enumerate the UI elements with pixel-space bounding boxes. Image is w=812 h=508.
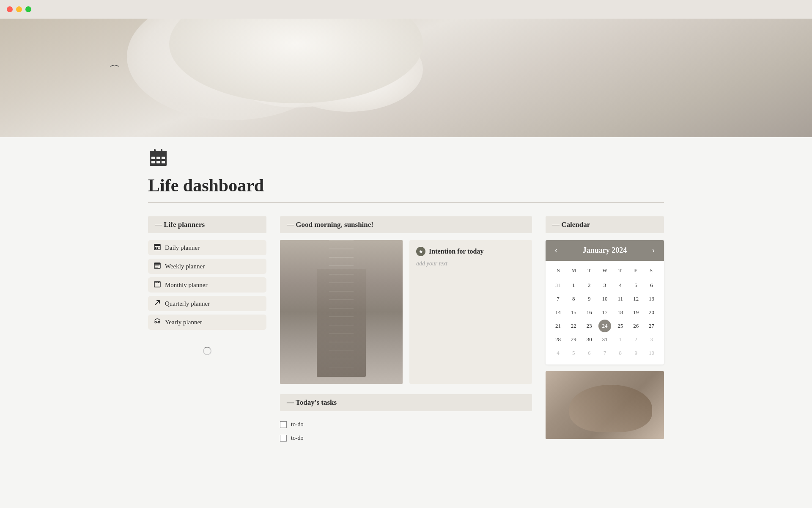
calendar-day[interactable]: 1 xyxy=(614,333,627,346)
calendar-day[interactable]: 13 xyxy=(645,293,658,305)
page-header: Life dashboard xyxy=(148,137,664,203)
tasks-section: — Today's tasks to-do to-do xyxy=(280,394,532,445)
col-mon: M xyxy=(566,266,582,276)
calendar-day[interactable]: 23 xyxy=(583,320,595,332)
planners-list: Daily planner Weekly planner xyxy=(148,240,266,330)
calendar-day[interactable]: 1 xyxy=(567,279,580,292)
svg-point-24 xyxy=(155,321,156,323)
calendar-day[interactable]: 18 xyxy=(614,306,627,319)
svg-rect-6 xyxy=(156,161,160,163)
task-1-checkbox[interactable] xyxy=(280,421,287,428)
calendar-day[interactable]: 11 xyxy=(614,293,627,305)
col-thu: T xyxy=(612,266,628,276)
monthly-planner-label: Monthly planner xyxy=(165,282,207,289)
calendar-prev-button[interactable]: ‹ xyxy=(552,245,560,256)
calendar-day[interactable]: 10 xyxy=(598,293,611,305)
quarterly-planner-button[interactable]: Quarterly planner xyxy=(148,296,266,311)
bird-decoration xyxy=(110,65,118,69)
svg-rect-23 xyxy=(158,282,159,283)
morning-section: — Good morning, sunshine! ★ Intention fo… xyxy=(280,216,532,384)
calendar-day[interactable]: 30 xyxy=(583,333,595,346)
task-2-checkbox[interactable] xyxy=(280,435,287,442)
calendar-day[interactable]: 25 xyxy=(614,320,627,332)
calendar-day[interactable]: 10 xyxy=(645,347,658,359)
tasks-header: — Today's tasks xyxy=(280,394,532,411)
page-title: Life dashboard xyxy=(148,175,664,196)
calendar-section-header: — Calendar xyxy=(546,216,664,233)
life-planners-header: — Life planners xyxy=(148,216,266,233)
calendar-day[interactable]: 15 xyxy=(567,306,580,319)
calendar-days-header: S M T W T F S xyxy=(551,266,659,276)
col-sun: S xyxy=(551,266,566,276)
task-1-label: to-do xyxy=(291,421,304,428)
intention-box: ★ Intention for today add your text xyxy=(409,240,532,384)
daily-planner-button[interactable]: Daily planner xyxy=(148,240,266,255)
calendar-widget: ‹ January 2024 › S M T W T F S 3112 xyxy=(546,240,664,364)
svg-rect-18 xyxy=(154,263,160,265)
intention-text[interactable]: add your text xyxy=(416,260,525,267)
calendar-day[interactable]: 29 xyxy=(567,333,580,346)
calendar-day[interactable]: 3 xyxy=(598,279,611,292)
svg-rect-22 xyxy=(156,282,156,283)
monthly-planner-button[interactable]: Monthly planner xyxy=(148,277,266,293)
calendar-day[interactable]: 27 xyxy=(645,320,658,332)
weekly-planner-label: Weekly planner xyxy=(165,263,205,270)
quarterly-planner-icon xyxy=(154,299,161,308)
maximize-button[interactable] xyxy=(25,6,31,12)
calendar-day[interactable]: 16 xyxy=(583,306,595,319)
calendar-grid: S M T W T F S 31123456789101112131415161… xyxy=(546,261,664,364)
calendar-day[interactable]: 19 xyxy=(630,306,642,319)
calendar-day[interactable]: 31 xyxy=(598,333,611,346)
weekly-planner-button[interactable]: Weekly planner xyxy=(148,259,266,274)
task-2-label: to-do xyxy=(291,435,304,442)
calendar-day[interactable]: 21 xyxy=(551,320,564,332)
calendar-day[interactable]: 2 xyxy=(583,279,595,292)
calendar-day[interactable]: 20 xyxy=(645,306,658,319)
calendar-next-button[interactable]: › xyxy=(650,245,657,256)
calendar-day[interactable]: 14 xyxy=(551,306,564,319)
daily-planner-icon xyxy=(154,243,161,252)
calendar-day[interactable]: 28 xyxy=(551,333,564,346)
calendar-day[interactable]: 9 xyxy=(630,347,642,359)
calendar-day[interactable]: 8 xyxy=(614,347,627,359)
calendar-day[interactable]: 8 xyxy=(567,293,580,305)
minimize-button[interactable] xyxy=(16,6,22,12)
svg-rect-21 xyxy=(154,282,160,287)
calendar-day[interactable]: 4 xyxy=(551,347,564,359)
calendar-day[interactable]: 31 xyxy=(551,279,564,292)
calendar-day[interactable]: 7 xyxy=(598,347,611,359)
svg-rect-11 xyxy=(154,244,160,246)
calendar-day[interactable]: 5 xyxy=(567,347,580,359)
calendar-day[interactable]: 4 xyxy=(614,279,627,292)
calendar-day[interactable]: 12 xyxy=(630,293,642,305)
page-icon xyxy=(148,147,664,172)
calendar-day[interactable]: 3 xyxy=(645,333,658,346)
svg-rect-15 xyxy=(155,248,156,249)
svg-rect-4 xyxy=(162,157,165,159)
calendar-day[interactable]: 17 xyxy=(598,306,611,319)
monthly-planner-icon xyxy=(154,281,161,289)
calendar-day[interactable]: 5 xyxy=(630,279,642,292)
calendar-days: 3112345678910111213141516171819202122232… xyxy=(551,279,659,359)
svg-rect-13 xyxy=(157,247,158,248)
calendar-day[interactable]: 9 xyxy=(583,293,595,305)
small-photo xyxy=(546,371,664,439)
svg-rect-2 xyxy=(151,157,155,159)
svg-point-25 xyxy=(158,321,160,323)
svg-rect-7 xyxy=(162,161,165,163)
close-button[interactable] xyxy=(7,6,13,12)
intention-title: Intention for today xyxy=(429,248,484,255)
calendar-day[interactable]: 26 xyxy=(630,320,642,332)
calendar-day[interactable]: 24 xyxy=(598,320,611,332)
col-wed: W xyxy=(597,266,613,276)
task-item: to-do xyxy=(280,418,532,431)
main-columns: — Life planners Dail xyxy=(148,216,664,445)
cloud-decoration xyxy=(0,19,812,137)
calendar-day[interactable]: 6 xyxy=(583,347,595,359)
calendar-day[interactable]: 6 xyxy=(645,279,658,292)
calendar-day[interactable]: 2 xyxy=(630,333,642,346)
yearly-planner-button[interactable]: Yearly planner xyxy=(148,315,266,330)
morning-header: — Good morning, sunshine! xyxy=(280,216,532,233)
calendar-day[interactable]: 22 xyxy=(567,320,580,332)
calendar-day[interactable]: 7 xyxy=(551,293,564,305)
